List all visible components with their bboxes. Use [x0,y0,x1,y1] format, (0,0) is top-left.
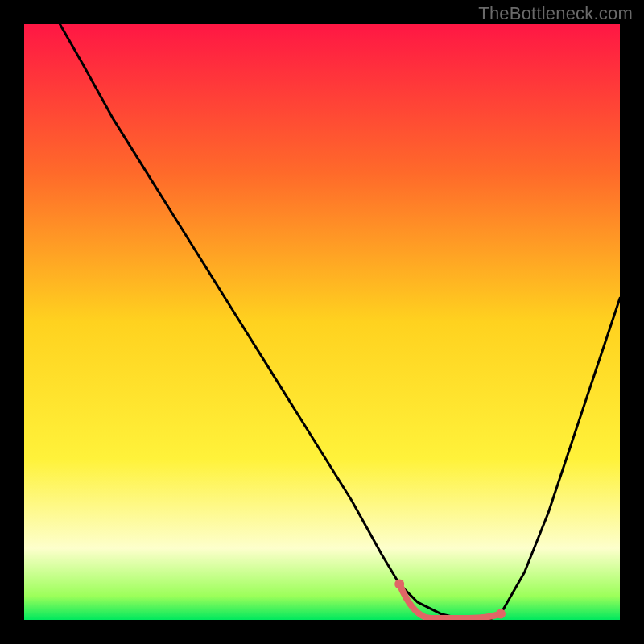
bottleneck-chart [24,24,620,620]
gradient-panel [24,24,620,620]
watermark-text: TheBottleneck.com [478,3,633,24]
optimum-marker-right [496,609,506,619]
optimum-marker-left [394,580,404,589]
